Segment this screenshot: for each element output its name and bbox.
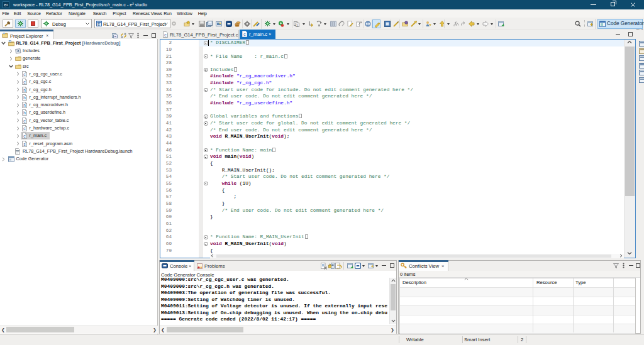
svg-text:c: c xyxy=(23,80,26,85)
svg-text:c: c xyxy=(243,33,246,37)
svg-text:c: c xyxy=(23,134,26,139)
svg-text:E: E xyxy=(97,23,100,26)
svg-text:c: c xyxy=(23,119,26,124)
svg-text:h: h xyxy=(23,112,26,116)
svg-text:s: s xyxy=(23,143,26,147)
svg-text:1: 1 xyxy=(296,23,298,27)
svg-text:h: h xyxy=(23,96,26,101)
svg-text:c: c xyxy=(164,33,167,38)
svg-text:c: c xyxy=(23,127,26,131)
svg-text:c: c xyxy=(23,73,26,77)
svg-text:h: h xyxy=(23,89,26,93)
svg-text:h: h xyxy=(23,104,26,108)
